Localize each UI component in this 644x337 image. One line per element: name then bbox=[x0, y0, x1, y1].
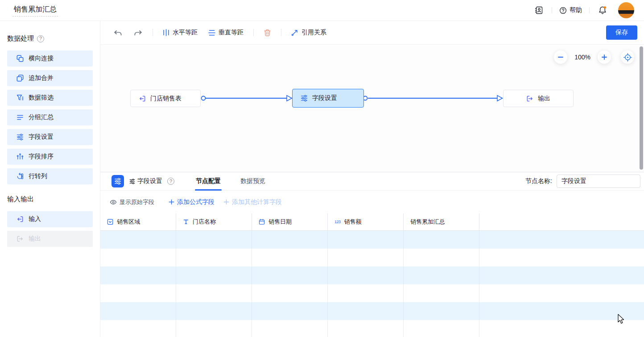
table-cell bbox=[328, 231, 404, 249]
table-row bbox=[100, 231, 644, 249]
node-field-settings[interactable]: 字段设置 bbox=[292, 89, 364, 108]
table-cell bbox=[100, 266, 176, 284]
topbar-actions: 帮助 bbox=[533, 2, 634, 18]
column-header-sales-amount[interactable]: 123 销售额 bbox=[328, 213, 404, 230]
sidebar-item-label: 输入 bbox=[29, 215, 41, 223]
table-cell bbox=[479, 266, 644, 284]
table-cell bbox=[176, 266, 252, 284]
sidebar-item-group-summary[interactable]: 分组汇总 bbox=[7, 109, 93, 125]
table-cell bbox=[252, 249, 328, 266]
sidebar-item-label: 分组汇总 bbox=[29, 113, 54, 121]
add-other-calc-field-button: 添加其他计算字段 bbox=[223, 198, 282, 206]
table-cell bbox=[479, 302, 644, 320]
sidebar-item-field-sort[interactable]: 字段排序 bbox=[7, 149, 93, 165]
document-title[interactable]: 销售累加汇总 bbox=[12, 4, 58, 17]
reference-relation-button[interactable]: 引用关系 bbox=[289, 27, 329, 38]
date-type-icon bbox=[259, 219, 265, 225]
sidebar-item-join[interactable]: 横向连接 bbox=[7, 50, 93, 67]
add-formula-field-button[interactable]: 添加公式字段 bbox=[169, 198, 215, 206]
horizontal-space-button[interactable]: 水平等距 bbox=[160, 27, 200, 38]
node-name-group: 节点名称: bbox=[525, 175, 640, 188]
toolbar-divider bbox=[253, 29, 254, 36]
redo-button[interactable] bbox=[131, 27, 145, 38]
undo-icon bbox=[113, 29, 123, 37]
bell-icon bbox=[598, 6, 607, 15]
sidebar-item-label: 输出 bbox=[29, 235, 41, 243]
table-cell bbox=[404, 284, 479, 302]
field-sort-icon bbox=[17, 153, 24, 160]
section-help-icon[interactable]: ? bbox=[37, 35, 44, 42]
table-cell bbox=[328, 284, 404, 302]
main-area: 水平等距 垂直等距 bbox=[100, 21, 644, 337]
plus-icon bbox=[601, 54, 607, 60]
topbar: 销售累加汇总 帮助 bbox=[0, 0, 644, 21]
trash-icon bbox=[264, 29, 271, 37]
sidebar-item-label: 字段设置 bbox=[29, 133, 54, 141]
table-row bbox=[100, 266, 644, 284]
notifications-button[interactable] bbox=[597, 4, 608, 16]
sidebar-item-label: 行转列 bbox=[29, 172, 47, 180]
panel-help-icon[interactable]: ? bbox=[167, 178, 174, 185]
help-label: 帮助 bbox=[570, 6, 582, 14]
zoom-out-button[interactable] bbox=[554, 50, 567, 64]
save-button[interactable]: 保存 bbox=[606, 25, 637, 40]
config-panel: 字段设置 ? 节点配置 数据预览 节点名称: bbox=[100, 172, 644, 337]
column-label: 销售额 bbox=[344, 218, 362, 226]
vertical-space-button[interactable]: 垂直等距 bbox=[206, 27, 246, 38]
column-header-sales-cumulative[interactable]: 销售累加汇总 bbox=[404, 213, 479, 230]
show-original-fields-button[interactable]: 显示原始字段 bbox=[110, 198, 154, 206]
plus-icon bbox=[223, 199, 229, 205]
flow-canvas[interactable]: 门店销售表 字段设置 输出 bbox=[100, 45, 644, 172]
sidebar-item-filter[interactable]: 数据筛选 bbox=[7, 90, 93, 106]
fit-view-button[interactable] bbox=[621, 50, 634, 64]
sidebar-item-field-settings[interactable]: 字段设置 bbox=[7, 129, 93, 145]
node-type-label: 字段设置 bbox=[137, 177, 162, 185]
reference-relation-icon bbox=[291, 29, 298, 36]
delete-button[interactable] bbox=[261, 27, 274, 38]
column-header-sales-date[interactable]: 销售日期 bbox=[252, 213, 328, 230]
node-store-sales-table[interactable]: 门店销售表 bbox=[130, 90, 201, 107]
node-label: 门店销售表 bbox=[150, 95, 182, 103]
fields-table: 销售区域 门店名称 bbox=[100, 213, 644, 337]
zoom-in-button[interactable] bbox=[598, 50, 611, 64]
column-header-store-name[interactable]: 门店名称 bbox=[176, 213, 252, 230]
crosshair-icon bbox=[623, 53, 632, 62]
topbar-divider bbox=[589, 7, 590, 13]
tab-label: 数据预览 bbox=[240, 177, 265, 185]
node-output[interactable]: 输出 bbox=[503, 90, 574, 107]
tab-data-preview[interactable]: 数据预览 bbox=[239, 172, 266, 191]
toolbar-divider bbox=[153, 29, 153, 36]
group-summary-icon bbox=[17, 114, 24, 121]
node-name-input[interactable] bbox=[557, 175, 640, 188]
sidebar-section-title: 数据处理 ? bbox=[7, 34, 93, 43]
help-icon bbox=[559, 7, 567, 14]
sidebar-item-append-merge[interactable]: 追加合并 bbox=[7, 70, 93, 86]
table-cell bbox=[479, 284, 644, 302]
table-row bbox=[100, 320, 644, 337]
help-button[interactable]: 帮助 bbox=[559, 6, 582, 14]
tab-node-config[interactable]: 节点配置 bbox=[195, 172, 222, 191]
table-cell bbox=[176, 231, 252, 249]
table-cell bbox=[252, 302, 328, 320]
user-avatar[interactable] bbox=[618, 2, 634, 18]
table-cell bbox=[100, 320, 176, 337]
zoom-level: 100% bbox=[574, 54, 590, 61]
output-port[interactable] bbox=[202, 96, 206, 100]
table-cell bbox=[252, 231, 328, 249]
sidebar-item-input[interactable]: 输入 bbox=[7, 211, 93, 227]
undo-button[interactable] bbox=[111, 27, 125, 38]
topbar-divider bbox=[552, 7, 552, 13]
node-type-title: 字段设置 ? bbox=[129, 177, 174, 185]
eye-icon bbox=[110, 199, 117, 206]
table-cell bbox=[479, 320, 644, 337]
field-settings-icon bbox=[301, 95, 308, 102]
column-header-sales-region[interactable]: 销售区域 bbox=[100, 213, 176, 230]
vertical-scrollbar[interactable] bbox=[640, 46, 643, 170]
vertical-space-icon bbox=[208, 29, 215, 36]
row-to-column-icon bbox=[17, 173, 24, 180]
sidebar-item-row-to-column[interactable]: 行转列 bbox=[7, 168, 93, 184]
table-cell bbox=[252, 266, 328, 284]
contacts-button[interactable] bbox=[533, 4, 545, 16]
table-cell bbox=[176, 284, 252, 302]
sidebar-item-label: 数据筛选 bbox=[29, 94, 54, 102]
